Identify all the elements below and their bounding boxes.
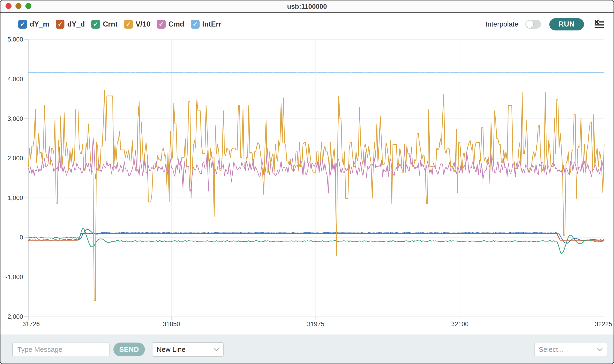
chart-area: -2,000-1,00001,0002,0003,0004,0005,00031…	[0, 35, 614, 335]
y-tick-label: -1,000	[5, 273, 23, 281]
legend-item-Crnt: ✓Crnt	[91, 20, 118, 29]
legend-item-Cmd: ✓Cmd	[157, 20, 184, 29]
legend-label: Crnt	[103, 20, 118, 28]
close-button[interactable]	[6, 3, 12, 9]
legend-item-dY_m: ✓dY_m	[18, 20, 49, 29]
message-input[interactable]	[12, 343, 110, 356]
x-tick-label: 31975	[307, 321, 324, 327]
toolbar: ✓dY_m✓dY_d✓Crnt✓V/10✓Cmd✓IntErr Interpol…	[0, 13, 614, 35]
x-tick-label: 32100	[451, 321, 468, 327]
legend-checkbox-Crnt[interactable]: ✓	[91, 20, 100, 29]
run-button[interactable]: RUN	[549, 18, 584, 30]
series-line-V/10	[28, 91, 604, 301]
legend-label: Cmd	[168, 20, 184, 28]
legend-checkbox-V/10[interactable]: ✓	[124, 20, 133, 29]
legend-item-dY_d: ✓dY_d	[56, 20, 85, 29]
y-tick-label: 1,000	[7, 195, 23, 201]
composer-bar: SEND New Line Select...	[0, 335, 614, 364]
series-line-IntErr	[28, 73, 604, 73]
port-select[interactable]: Select...	[534, 343, 607, 356]
legend-checkbox-Cmd[interactable]: ✓	[157, 20, 166, 29]
series-line-dY_d	[28, 234, 604, 240]
titlebar: usb:1100000	[0, 0, 614, 13]
legend-checkbox-dY_m[interactable]: ✓	[18, 20, 27, 29]
legend-item-IntErr: ✓IntErr	[191, 20, 222, 29]
chart-canvas: -2,000-1,00001,0002,0003,0004,0005,00031…	[0, 35, 614, 335]
legend-label: dY_m	[30, 20, 49, 28]
legend-item-V/10: ✓V/10	[124, 20, 150, 29]
interpolate-toggle[interactable]	[525, 20, 541, 29]
window-controls	[6, 3, 31, 9]
legend-checkbox-dY_d[interactable]: ✓	[56, 20, 64, 29]
app-window: usb:1100000 ✓dY_m✓dY_d✓Crnt✓V/10✓Cmd✓Int…	[0, 0, 614, 364]
port-select-value: Select...	[539, 346, 564, 353]
series-group	[28, 73, 604, 301]
y-tick-label: 5,000	[7, 36, 23, 43]
series-legend: ✓dY_m✓dY_d✓Crnt✓V/10✓Cmd✓IntErr	[18, 20, 221, 29]
y-tick-label: 2,000	[7, 155, 23, 162]
log-menu-icon[interactable]	[595, 20, 604, 28]
chevron-down-icon	[597, 348, 603, 351]
y-tick-label: 4,000	[7, 76, 23, 83]
x-tick-label: 31850	[163, 321, 180, 327]
y-tick-label: 0	[20, 234, 23, 241]
minimize-button[interactable]	[15, 3, 21, 9]
y-tick-label: -2,000	[5, 313, 23, 320]
interpolate-label: Interpolate	[486, 20, 518, 28]
zoom-button[interactable]	[25, 3, 31, 9]
legend-label: IntErr	[202, 20, 222, 28]
y-tick-label: 3,000	[7, 115, 23, 122]
send-button[interactable]: SEND	[113, 343, 145, 356]
toggle-knob	[526, 21, 533, 28]
chevron-down-icon	[213, 348, 219, 351]
x-tick-label: 31726	[22, 321, 40, 327]
line-ending-select[interactable]: New Line	[152, 342, 223, 357]
window-title: usb:1100000	[287, 3, 327, 10]
x-tick-label: 32225	[595, 321, 612, 327]
legend-label: V/10	[136, 20, 150, 28]
line-ending-value: New Line	[157, 346, 185, 353]
legend-checkbox-IntErr[interactable]: ✓	[191, 20, 200, 29]
toolbar-right: Interpolate RUN	[486, 18, 604, 30]
legend-label: dY_d	[67, 20, 85, 28]
